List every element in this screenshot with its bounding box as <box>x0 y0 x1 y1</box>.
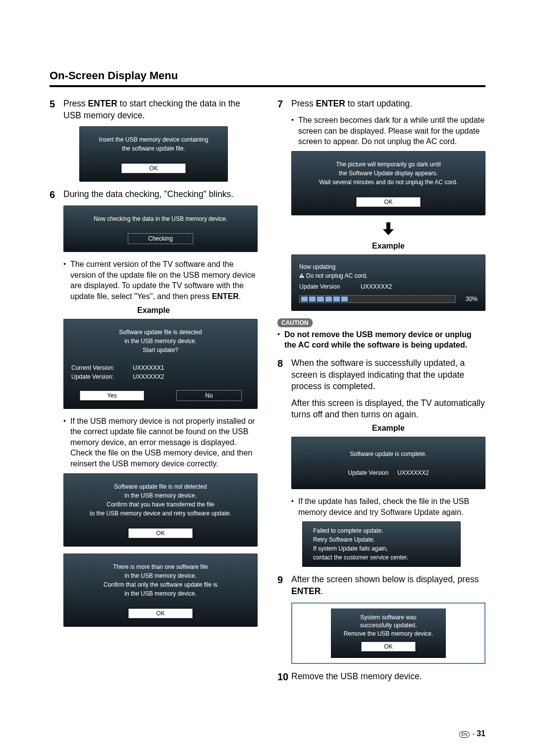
osd-message: There is more than one software file in … <box>71 562 250 598</box>
osd-update-detected: Software update file is detected in the … <box>63 319 258 409</box>
osd-now-updating: Now updating Do not unplug AC cord. Upda… <box>291 254 485 311</box>
step-number: 6 <box>50 189 63 201</box>
column-right: 7 Press ENTER to start updating. • The s… <box>277 98 485 688</box>
two-column-layout: 5 Press ENTER to start checking the data… <box>50 98 485 688</box>
label: Update Version <box>348 469 388 476</box>
bullet-dot: • <box>291 115 298 147</box>
osd-update-failed: Failed to complete update. Retry Softwar… <box>302 521 461 567</box>
bold: ENTER <box>316 99 345 108</box>
example-label: Example <box>291 424 485 433</box>
arrow-down-icon-svg <box>383 222 394 235</box>
osd-success: System software was successfully updated… <box>331 608 445 658</box>
label: Current Version: <box>71 364 121 371</box>
no-button[interactable]: No <box>176 390 242 401</box>
version-row: Update Version UXXXXXX2 <box>299 469 478 476</box>
step-text: Remove the USB memory device. <box>291 671 485 683</box>
warning-text: Do not unplug AC cord. <box>306 272 368 279</box>
value: UXXXXXX1 <box>133 364 164 371</box>
bullet-dot: • <box>291 496 298 517</box>
text: Do not remove the USB memory device or u… <box>284 329 485 351</box>
lang-badge: EN <box>459 731 470 738</box>
value: UXXXXXX2 <box>361 283 392 290</box>
bullet-dot: • <box>63 259 70 302</box>
bold: ENTER <box>291 586 321 596</box>
progress-bar-fill <box>300 296 349 302</box>
text: Press <box>63 99 88 108</box>
osd-message: Software update file is detected in the … <box>71 328 250 354</box>
ok-button[interactable]: OK <box>128 528 193 539</box>
text: to start updating. <box>345 99 412 108</box>
value: UXXXXXX2 <box>397 469 428 476</box>
ok-button[interactable]: OK <box>121 163 186 174</box>
label: Update Version <box>299 283 349 290</box>
osd-more-than-one: There is more than one software file in … <box>63 554 258 627</box>
osd-message: Software update is complete. <box>299 450 478 458</box>
warning-icon <box>299 273 304 278</box>
step-text: During the data checking, "Checking" bli… <box>63 189 258 201</box>
bullet-version-displayed: • The current version of the TV software… <box>63 259 258 302</box>
step-text: Press ENTER to start checking the data i… <box>63 98 258 121</box>
yes-button[interactable]: Yes <box>79 390 145 401</box>
text: . <box>321 586 323 596</box>
caution-badge: CAUTION <box>277 318 313 327</box>
step-text: Press ENTER to start updating. <box>291 98 485 110</box>
caution-text: • Do not remove the USB memory device or… <box>277 329 485 351</box>
progress-percentage: 30% <box>461 296 478 302</box>
footer-sep: - <box>471 730 477 738</box>
ok-button[interactable]: OK <box>361 641 416 652</box>
document-page: On-Screen Display Menu 5 Press ENTER to … <box>0 0 535 688</box>
osd-message: System software was successfully updated… <box>336 613 440 638</box>
bullet-screen-dark: • The screen becomes dark for a while un… <box>291 115 485 147</box>
step-number: 9 <box>277 574 291 597</box>
bullet-text: If the update has failed, check the file… <box>298 496 485 517</box>
section-rule <box>50 85 485 87</box>
caution-block: CAUTION <box>277 318 485 327</box>
step-8-para2: After this screen is displayed, the TV a… <box>291 398 485 421</box>
osd-message: The picture will temporarily go dark unt… <box>299 160 478 187</box>
page-footer: EN - 31 <box>459 729 485 738</box>
step-8: 8 When the software is successfully upda… <box>277 357 485 393</box>
step-text: When the software is successfully update… <box>291 357 485 393</box>
value: UXXXXXX2 <box>133 373 164 380</box>
ok-button[interactable]: OK <box>356 197 421 207</box>
text: . <box>239 292 241 301</box>
bold: ENTER <box>212 292 239 301</box>
bullet-error-message: • If the USB memory device is not proper… <box>63 416 258 469</box>
step-6: 6 During the data checking, "Checking" b… <box>50 189 258 201</box>
button-row: Yes No <box>71 390 250 401</box>
version-row-update: Update Version: UXXXXXX2 <box>71 373 250 380</box>
text: Press <box>291 99 316 108</box>
osd-not-detected: Software update file is not detected in … <box>63 473 258 547</box>
step-9: 9 After the screen shown below is displa… <box>277 574 485 597</box>
step-number: 5 <box>50 98 63 121</box>
step-10: 10 Remove the USB memory device. <box>277 671 485 683</box>
osd-message: Software update file is not detected in … <box>71 482 250 518</box>
section-heading: On-Screen Display Menu <box>50 69 485 82</box>
arrow-down-icon <box>291 222 485 239</box>
bullet-text: The current version of the TV software a… <box>70 259 258 302</box>
version-row: Update Version UXXXXXX2 <box>299 283 478 290</box>
bullet-dot: • <box>277 329 284 351</box>
step-number: 8 <box>277 357 291 393</box>
page-number: 31 <box>477 729 485 738</box>
osd-frame-success: System software was successfully updated… <box>291 603 485 664</box>
label: Update Version: <box>71 373 121 380</box>
version-row-current: Current Version: UXXXXXX1 <box>71 364 250 371</box>
osd-update-complete: Software update is complete. Update Vers… <box>291 437 485 489</box>
column-left: 5 Press ENTER to start checking the data… <box>50 98 258 688</box>
step-5: 5 Press ENTER to start checking the data… <box>50 98 258 121</box>
progress-bar <box>299 295 456 303</box>
example-label: Example <box>291 242 485 251</box>
osd-now-checking: Now checking the data in the USB memory … <box>63 205 258 252</box>
example-label: Example <box>50 306 258 315</box>
line-now-updating: Now updating <box>299 263 478 270</box>
step-7: 7 Press ENTER to start updating. <box>277 98 485 110</box>
warning-line: Do not unplug AC cord. <box>299 272 368 279</box>
bullet-dot: • <box>63 416 70 469</box>
osd-insert-usb: Insert the USB memory device containing … <box>79 126 228 182</box>
ok-button[interactable]: OK <box>128 608 193 619</box>
osd-message: Now checking the data in the USB memory … <box>71 214 250 223</box>
bullet-text: If the USB memory device is not properly… <box>70 416 258 469</box>
svg-rect-1 <box>301 277 302 277</box>
svg-rect-0 <box>301 275 302 276</box>
